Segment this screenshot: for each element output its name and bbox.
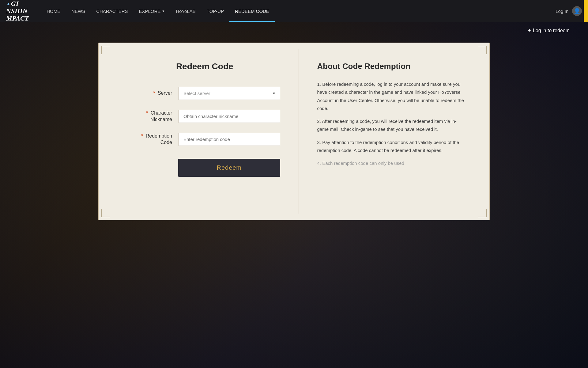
redemption-code-label: * RedemptionCode [129,133,178,146]
hero-background: ✦ Log in to redeem Redeem Code * Server … [0,22,588,368]
nav-right: Log In 👤 [556,6,582,16]
server-select-wrap: Select server America Europe Asia TW/HK/… [178,87,280,100]
redeem-card: Redeem Code * Server Select server Ameri… [98,43,490,220]
server-select[interactable]: Select server America Europe Asia TW/HK/… [178,87,280,100]
logo-text: ✦GINSHINMPACT [6,0,29,22]
navbar: ✦GINSHINMPACT HOME NEWS CHARACTERS EXPLO… [0,0,588,22]
explore-chevron-icon: ▼ [162,9,165,13]
redemption-required-mark: * [141,133,143,138]
right-section: About Code Redemption 1. Before redeemin… [299,49,484,214]
yellow-accent-bar [584,0,588,22]
character-nickname-input[interactable] [178,110,280,123]
logo[interactable]: ✦GINSHINMPACT [6,0,29,22]
nav-news[interactable]: NEWS [66,0,91,22]
character-nickname-label: * CharacterNickname [129,110,178,123]
character-nickname-row: * CharacterNickname [129,110,280,123]
about-point-2: 2. After redeeming a code, you will rece… [317,117,468,134]
redemption-code-row: * RedemptionCode [129,133,280,146]
character-nickname-input-wrap [178,110,280,123]
left-section: Redeem Code * Server Select server Ameri… [105,49,299,214]
redemption-code-input-wrap [178,133,280,146]
about-point-1: 1. Before redeeming a code, log in to yo… [317,80,468,112]
nav-topup[interactable]: TOP-UP [201,0,229,22]
redeem-code-title: Redeem Code [129,62,280,71]
login-to-redeem-text[interactable]: Log in to redeem [533,28,570,33]
character-required-mark: * [146,110,148,116]
card-corner-tl [101,46,110,54]
nav-home[interactable]: HOME [41,0,66,22]
about-point-4: 4. Each redemption code can only be used [317,159,468,167]
redemption-code-input[interactable] [178,133,280,146]
server-row: * Server Select server America Europe As… [129,87,280,100]
about-title: About Code Redemption [317,62,468,71]
star-icon: ✦ [527,28,531,33]
about-point-3: 3. Pay attention to the redemption condi… [317,138,468,155]
card-corner-br [478,209,487,217]
login-to-redeem-banner[interactable]: ✦ Log in to redeem [0,22,588,33]
card-corner-tr [478,46,487,54]
login-button[interactable]: Log In [556,9,568,14]
avatar[interactable]: 👤 [572,6,582,16]
server-required-mark: * [153,90,155,96]
redeem-button-row: Redeem [178,156,280,177]
about-text: 1. Before redeeming a code, log in to yo… [317,80,468,167]
nav-characters[interactable]: CHARACTERS [91,0,133,22]
nav-explore[interactable]: EXPLORE ▼ [134,0,171,22]
server-label: * Server [129,90,178,97]
card-corner-bl [101,209,110,217]
nav-hoyolab[interactable]: HoYoLAB [170,0,201,22]
redeem-button[interactable]: Redeem [178,159,280,177]
nav-links: HOME NEWS CHARACTERS EXPLORE ▼ HoYoLAB T… [41,0,556,22]
nav-redeem-code[interactable]: REDEEM CODE [229,0,275,22]
